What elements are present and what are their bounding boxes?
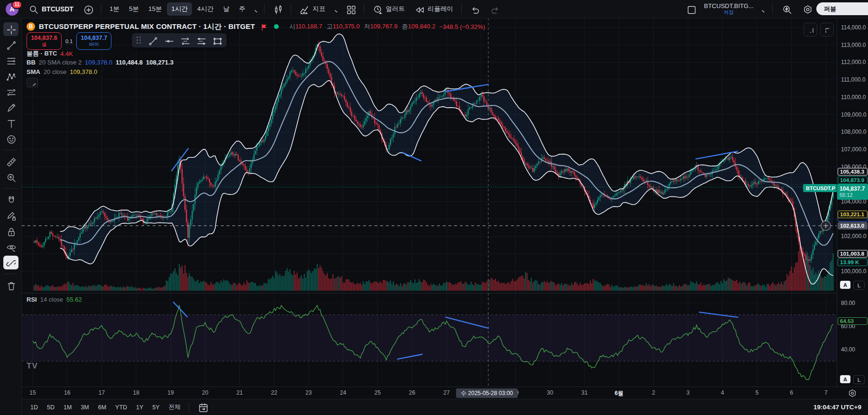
pattern-tool[interactable] xyxy=(3,69,18,83)
rsi-log-scale-button[interactable]: L xyxy=(853,375,865,384)
range-button-6M[interactable]: 6M xyxy=(94,403,110,412)
range-button-전체[interactable]: 전체 xyxy=(165,402,184,413)
symbol-search-button[interactable]: BTCUSDT xyxy=(24,2,78,16)
price-chart-canvas[interactable] xyxy=(22,18,837,387)
price-scale[interactable]: 104,837.7 55:12 A L A L 114,000.0113,000… xyxy=(837,18,868,387)
price-tick: 110,000.0 xyxy=(841,94,866,101)
horizontal-line-quick-tool[interactable] xyxy=(161,34,175,46)
user-avatar[interactable]: A 11 xyxy=(6,3,18,16)
stay-in-drawing-mode-tool[interactable] xyxy=(3,209,18,222)
quick-search-button[interactable] xyxy=(777,2,796,16)
interval-button-4시간[interactable]: 4시간 xyxy=(193,2,218,16)
parallel-channel-icon xyxy=(180,36,190,46)
timescale-settings-button[interactable] xyxy=(847,388,857,400)
time-label: 6월 xyxy=(614,389,623,397)
scroll-to-recent-button[interactable] xyxy=(804,23,817,37)
pane-buttons xyxy=(804,23,834,37)
hide-drawings-tool[interactable] xyxy=(3,240,18,254)
crosshair-tool[interactable] xyxy=(3,22,18,36)
range-button-3M[interactable]: 3M xyxy=(77,403,92,412)
undo-button[interactable] xyxy=(466,2,484,16)
sell-button[interactable]: 104,837.6 셀 xyxy=(27,32,62,50)
range-button-1D[interactable]: 1D xyxy=(27,403,42,412)
chart-title[interactable]: BTCUSDTPERP PERPETUAL MIX CONTRACT · 1시간… xyxy=(39,22,255,31)
rsi-auto-scale-button[interactable]: A xyxy=(840,375,850,383)
brush-tool[interactable] xyxy=(3,101,18,114)
horizontal-line-icon xyxy=(164,36,174,46)
interval-button-5분[interactable]: 5분 xyxy=(125,2,143,16)
maximize-pane-button[interactable] xyxy=(820,23,834,37)
toolbar-drag-handle[interactable] xyxy=(137,37,141,44)
sync-drawings-tool[interactable] xyxy=(3,256,18,269)
lock-drawings-tool[interactable] xyxy=(3,224,18,238)
auto-scale-button[interactable]: A xyxy=(840,281,850,289)
price-tick: 109,000.0 xyxy=(841,111,866,118)
replay-button[interactable]: 리플레이 xyxy=(410,2,457,16)
layout-menu-chevron[interactable] xyxy=(758,2,767,16)
time-scale[interactable]: 수 2025-05-28 03:00 151617181920212223242… xyxy=(0,387,868,399)
range-button-5D[interactable]: 5D xyxy=(43,403,58,412)
flag-icon[interactable] xyxy=(259,22,267,31)
time-label: 16 xyxy=(64,389,70,396)
range-button-1M[interactable]: 1M xyxy=(60,403,75,412)
range-button-YTD[interactable]: YTD xyxy=(111,403,131,412)
time-label: 18 xyxy=(133,389,139,396)
volume-value-label: 13.99 K xyxy=(838,258,868,266)
parallel-channel-quick-tool[interactable] xyxy=(177,34,192,46)
trading-platform-window: A 11 BTCUSDT 1분5분15분1시간4시간날주 지표 xyxy=(0,0,868,415)
redo-button[interactable] xyxy=(485,2,503,16)
undo-icon xyxy=(470,4,480,14)
fib-lines-tool[interactable] xyxy=(3,54,18,67)
rectangle-quick-tool[interactable] xyxy=(210,34,224,46)
interval-button-날[interactable]: 날 xyxy=(219,2,234,16)
trend-line-tool[interactable] xyxy=(3,38,18,52)
layout-name-button[interactable]: BTCUSDT.BITG... 저장 xyxy=(702,3,756,15)
trend-line-quick-tool[interactable] xyxy=(145,34,159,46)
interval-button-1분[interactable]: 1분 xyxy=(105,2,124,16)
go-to-date-button[interactable] xyxy=(193,401,212,414)
zoom-in-tool[interactable] xyxy=(3,170,18,184)
price-label: 102,613.0 xyxy=(838,222,868,230)
alert-button[interactable]: 얼러트 xyxy=(368,2,409,16)
tradingview-logo[interactable]: TV xyxy=(27,361,38,371)
toolbar-separator xyxy=(772,4,773,14)
flat-channel-quick-tool[interactable] xyxy=(193,34,208,46)
text-tool[interactable] xyxy=(3,116,18,130)
range-button-5Y[interactable]: 5Y xyxy=(148,403,163,412)
publish-button[interactable]: 퍼블 xyxy=(816,2,868,15)
indicators-icon xyxy=(299,4,309,14)
layout-select-button[interactable] xyxy=(682,2,700,16)
legend-collapse-button[interactable] xyxy=(27,78,38,87)
interval-button-주[interactable]: 주 xyxy=(235,2,250,16)
time-label: 4 xyxy=(721,389,724,396)
toolbar-separator xyxy=(101,4,101,14)
range-button-1Y[interactable]: 1Y xyxy=(132,403,147,412)
indicators-templates-chevron[interactable] xyxy=(330,2,340,16)
session-clock[interactable]: 19:04:47 UTC+9 xyxy=(813,404,861,411)
price-tick: 113,000.0 xyxy=(841,42,866,48)
grid-layout-button[interactable] xyxy=(341,2,360,16)
log-scale-button[interactable]: L xyxy=(853,281,865,290)
interval-menu-chevron[interactable] xyxy=(250,2,260,16)
interval-button-15분[interactable]: 15분 xyxy=(144,2,166,16)
trade-widget: 104,837.6 셀 0.1 104,837.7 바이 xyxy=(27,32,111,50)
magnet-tool[interactable] xyxy=(3,193,18,207)
compare-add-button[interactable] xyxy=(79,2,97,16)
remove-drawings-tool[interactable] xyxy=(3,278,18,292)
top-toolbar: A 11 BTCUSDT 1분5분15분1시간4시간날주 지표 xyxy=(0,0,868,18)
measure-tool[interactable] xyxy=(3,155,18,168)
time-label: 21 xyxy=(237,389,243,396)
emoji-tool[interactable] xyxy=(3,132,18,146)
indicators-button[interactable]: 지표 xyxy=(295,2,329,16)
drawing-toolbar xyxy=(0,18,22,415)
interval-button-1시간[interactable]: 1시간 xyxy=(167,2,192,16)
chart-style-button[interactable] xyxy=(268,2,287,16)
ohlc-values: 시110,188.7고110,375.0저109,767.9종109,840.2 xyxy=(289,22,435,31)
market-status-dot[interactable] xyxy=(274,24,279,29)
time-label: 3 xyxy=(686,389,690,396)
time-label: 7 xyxy=(824,389,828,396)
time-label: 20 xyxy=(202,389,208,396)
buy-button[interactable]: 104,837.7 바이 xyxy=(76,32,111,50)
prediction-tool[interactable] xyxy=(3,85,18,99)
settings-button[interactable] xyxy=(798,2,816,16)
